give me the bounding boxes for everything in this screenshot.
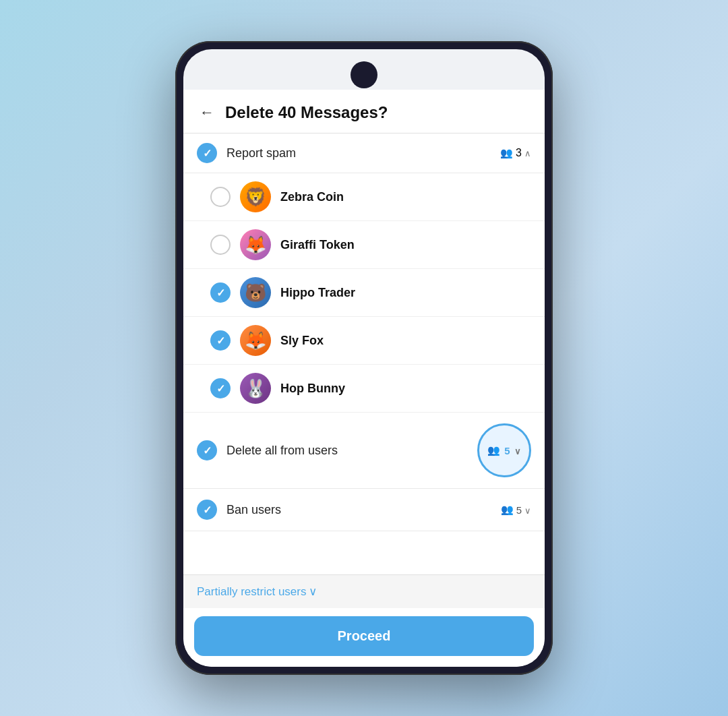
ban-users-checkbox[interactable] xyxy=(197,500,217,520)
report-spam-checkbox[interactable] xyxy=(197,143,217,163)
avatar-zebra: 🦁 xyxy=(240,181,271,212)
report-spam-count: 3 xyxy=(516,147,522,159)
checkbox-fox[interactable] xyxy=(210,330,231,351)
page-title: Delete 40 Messages? xyxy=(225,103,388,122)
ban-users-badge[interactable]: 👥 5 xyxy=(501,504,531,516)
name-bunny: Hop Bunny xyxy=(280,382,531,396)
delete-all-checkbox[interactable] xyxy=(197,440,217,460)
report-spam-row[interactable]: Report spam 👥 3 xyxy=(183,133,545,173)
delete-all-badge-highlighted[interactable]: 👥 5 xyxy=(477,423,531,477)
phone-frame: ← Delete 40 Messages? Report spam 👥 3 xyxy=(175,41,553,675)
report-spam-badge[interactable]: 👥 3 xyxy=(500,147,531,159)
users-icon-delete: 👥 xyxy=(487,444,500,456)
sub-items-list: 🦁 Zebra Coin 🦊 Giraffi Token 🐻 Hippo Tra… xyxy=(183,173,545,413)
list-item[interactable]: 🦊 Giraffi Token xyxy=(183,221,545,269)
back-button[interactable]: ← xyxy=(200,104,214,121)
name-zebra: Zebra Coin xyxy=(280,190,531,204)
list-container: Report spam 👥 3 🦁 Zebra Coin xyxy=(183,133,545,574)
header: ← Delete 40 Messages? xyxy=(183,90,545,133)
delete-all-label: Delete all from users xyxy=(226,444,468,458)
users-icon-ban: 👥 xyxy=(501,504,514,516)
checkbox-zebra[interactable] xyxy=(210,187,231,207)
screen-content: ← Delete 40 Messages? Report spam 👥 3 xyxy=(183,90,545,667)
name-giraffi: Giraffi Token xyxy=(280,238,531,252)
delete-all-count: 5 xyxy=(504,445,510,456)
list-item[interactable]: 🐻 Hippo Trader xyxy=(183,269,545,317)
bottom-section: Partially restrict users ∨ xyxy=(183,574,545,608)
chevron-up-spam[interactable] xyxy=(524,147,531,159)
partial-restrict-link[interactable]: Partially restrict users ∨ xyxy=(197,585,531,599)
ban-users-label: Ban users xyxy=(226,503,491,517)
avatar-giraffi: 🦊 xyxy=(240,229,271,260)
checkbox-giraffi[interactable] xyxy=(210,235,231,255)
name-hippo: Hippo Trader xyxy=(280,286,531,300)
ban-users-row[interactable]: Ban users 👥 5 xyxy=(183,489,545,531)
report-spam-label: Report spam xyxy=(226,146,491,160)
partial-restrict-label: Partially restrict users xyxy=(197,585,306,599)
partial-restrict-chevron: ∨ xyxy=(309,585,317,599)
avatar-bunny: 🐰 xyxy=(240,373,271,404)
phone-screen: ← Delete 40 Messages? Report spam 👥 3 xyxy=(183,49,545,667)
avatar-fox: 🦊 xyxy=(240,325,271,356)
proceed-button[interactable]: Proceed xyxy=(194,616,534,656)
list-item[interactable]: 🦊 Sly Fox xyxy=(183,317,545,365)
name-fox: Sly Fox xyxy=(280,334,531,348)
chevron-down-ban[interactable] xyxy=(524,504,531,516)
list-item[interactable]: 🐰 Hop Bunny xyxy=(183,365,545,413)
chevron-down-delete[interactable] xyxy=(514,445,521,456)
avatar-hippo: 🐻 xyxy=(240,277,271,308)
checkbox-bunny[interactable] xyxy=(210,378,231,398)
ban-users-count: 5 xyxy=(516,504,522,516)
checkbox-hippo[interactable] xyxy=(210,282,231,303)
list-item[interactable]: 🦁 Zebra Coin xyxy=(183,173,545,221)
users-icon-spam: 👥 xyxy=(500,147,513,159)
camera-notch xyxy=(351,61,377,88)
delete-all-row[interactable]: Delete all from users 👥 5 xyxy=(183,413,545,489)
